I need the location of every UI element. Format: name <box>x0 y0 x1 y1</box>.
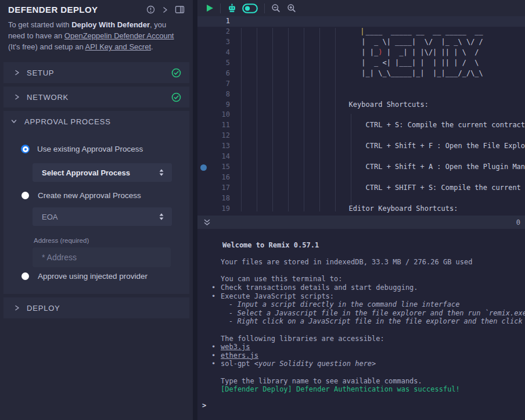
gutter-line-number[interactable]: 6 <box>197 69 244 79</box>
section-setup: SETUP <box>3 62 189 83</box>
terminal-line: Welcome to Remix 0.57.1 <box>197 241 525 250</box>
setup-check-icon <box>171 68 181 78</box>
terminal-line: Check transactions details and start deb… <box>197 283 525 292</box>
radio-injected-provider-label: Approve using injected provider <box>38 272 148 281</box>
gutter-line-number[interactable]: 4 <box>197 48 244 58</box>
breakpoint-dot[interactable] <box>200 164 207 171</box>
section-network-label: NETWORK <box>27 93 69 102</box>
terminal-header-bar: 0 <box>197 216 525 229</box>
terminal-line <box>197 267 525 275</box>
editor-line <box>244 89 525 100</box>
radio-use-existing[interactable] <box>21 145 30 153</box>
gutter-line-number[interactable]: 13 <box>197 141 244 152</box>
radio-row-new: Create new Approval Process <box>3 191 189 200</box>
gutter-line-number[interactable]: 11 <box>197 120 244 131</box>
split-panel-icon[interactable] <box>175 5 185 14</box>
gutter-line-number[interactable]: 3 <box>197 37 244 48</box>
zoom-out-icon[interactable] <box>271 3 281 13</box>
gutter-line-number[interactable]: 16 <box>197 173 244 183</box>
address-label: Address (required) <box>34 237 189 244</box>
intro-bold: Deploy With Defender <box>71 20 150 29</box>
terminal[interactable]: Welcome to Remix 0.57.1Your files are st… <box>197 229 525 420</box>
select-approval-type-value: EOA <box>42 213 159 221</box>
editor-line <box>244 173 525 183</box>
terminal-line: Your files are stored in indexedDB, 33.3… <box>197 258 525 267</box>
terminal-line: sol-gpt <your Solidity question here> <box>197 360 525 368</box>
radio-row-injected: Approve using injected provider <box>3 272 189 281</box>
select-approval-type[interactable]: EOA <box>33 207 172 226</box>
panel-editor-divider[interactable] <box>193 0 197 420</box>
gutter-line-number[interactable]: 19 <box>197 204 244 214</box>
terminal-line: - Select a Javascript file in the file e… <box>197 309 525 318</box>
terminal-line: You can use this terminal to: <box>197 275 525 283</box>
radio-create-new[interactable] <box>21 192 29 199</box>
editor-line: | _ \| ____| \/ |_ _\ \/ / <box>244 37 525 48</box>
radio-row-existing: Use existing Approval Process <box>3 145 189 153</box>
section-deploy-label: DEPLOY <box>27 304 60 313</box>
gutter-line-number[interactable]: 8 <box>197 89 244 100</box>
copilot-toggle-icon[interactable] <box>242 3 258 13</box>
terminal-line: Type the library name to see available c… <box>197 377 525 386</box>
editor-line: ____ _____ __ __ _____ __ <box>244 27 525 37</box>
link-openzeppelin-account[interactable]: OpenZeppelin Defender Account <box>64 31 174 40</box>
section-setup-label: SETUP <box>27 69 54 77</box>
select-approval-process[interactable]: Select Approval Process <box>33 163 172 182</box>
gutter-line-number[interactable]: 9 <box>197 100 244 110</box>
terminal-line: - Right click on a JavaScript file in th… <box>197 317 525 326</box>
editor-line: |_| \_\_____|_| |_|___/_/\_\ <box>244 69 525 79</box>
section-network: NETWORK <box>3 87 189 107</box>
terminal-line: - Input a script directly in the command… <box>197 300 525 309</box>
terminal-line: ethers.js <box>197 351 525 360</box>
chevron-right-icon <box>13 69 20 77</box>
gutter-line-number[interactable]: 7 <box>197 79 244 89</box>
section-approval-header[interactable]: APPROVAL PROCESS <box>3 111 189 132</box>
section-deploy-header[interactable]: DEPLOY <box>3 297 189 318</box>
run-script-icon[interactable] <box>206 4 214 12</box>
gutter-line-number[interactable]: 5 <box>197 58 244 69</box>
gutter-line-number[interactable]: 10 <box>197 110 244 120</box>
radio-create-new-label: Create new Approval Process <box>38 191 141 200</box>
editor-line <box>244 131 525 141</box>
editor-line: CTRL + Shift + F : Open the File Explore… <box>244 141 525 152</box>
toolbar-separator <box>264 3 265 13</box>
address-input[interactable] <box>33 247 171 267</box>
gutter-line-number[interactable]: 2 <box>197 27 244 37</box>
zoom-in-icon[interactable] <box>287 3 296 13</box>
editor-line: | _ <| |___| | | || | / \ <box>244 58 525 69</box>
section-network-header[interactable]: NETWORK <box>3 87 189 107</box>
radio-injected-provider[interactable] <box>21 272 29 280</box>
section-approval-label: APPROVAL PROCESS <box>24 117 111 126</box>
gutter-line-number[interactable]: 15 <box>197 162 244 173</box>
gutter-line-number[interactable]: 14 <box>197 152 244 162</box>
remix-ai-robot-icon[interactable] <box>227 3 237 13</box>
section-approval-process: APPROVAL PROCESS Use existing Approval P… <box>3 111 189 294</box>
gutter-line-number[interactable]: 12 <box>197 131 244 141</box>
info-circle-icon[interactable] <box>146 5 155 14</box>
panel-header: DEFENDER DEPLOY <box>0 0 193 15</box>
collapse-panel-chevron-icon[interactable] <box>161 6 168 14</box>
gutter-line-number[interactable]: 18 <box>197 193 244 204</box>
code-editor[interactable]: 12345678910111213141516171819 ____ _____… <box>197 16 525 216</box>
gutter-line-number[interactable]: 1 <box>197 16 244 27</box>
terminal-line: The following libraries are accessible: <box>197 335 525 343</box>
accordion: SETUP NETWORK APPROVAL PROCESS <box>0 62 193 318</box>
chevron-down-icon <box>10 117 18 125</box>
gutter-line-number[interactable]: 17 <box>197 183 244 193</box>
radio-use-existing-label: Use existing Approval Process <box>37 145 143 153</box>
section-setup-header[interactable]: SETUP <box>3 62 189 83</box>
terminal-collapse-icon[interactable] <box>203 218 211 227</box>
terminal-listen-count-badge: 0 <box>516 218 520 227</box>
terminal-prompt[interactable]: > <box>197 401 525 410</box>
prompt-caret: > <box>202 401 206 410</box>
editor-line: CTRL + Shift + A : Open the Plugin Manag… <box>244 162 525 173</box>
section-deploy: DEPLOY <box>3 297 189 318</box>
updown-arrows-icon <box>159 213 164 221</box>
approval-body: Use existing Approval Process Select App… <box>3 132 189 294</box>
network-check-icon <box>171 92 181 102</box>
editor-line: CTRL + SHIFT + S: Compile the current co… <box>244 183 525 193</box>
updown-arrows-icon <box>159 168 164 177</box>
terminal-line: Execute JavaScript scripts: <box>197 292 525 301</box>
link-api-key-secret[interactable]: API Key and Secret <box>85 42 151 51</box>
terminal-line: web3.js <box>197 343 525 351</box>
panel-title: DEFENDER DEPLOY <box>8 5 146 15</box>
